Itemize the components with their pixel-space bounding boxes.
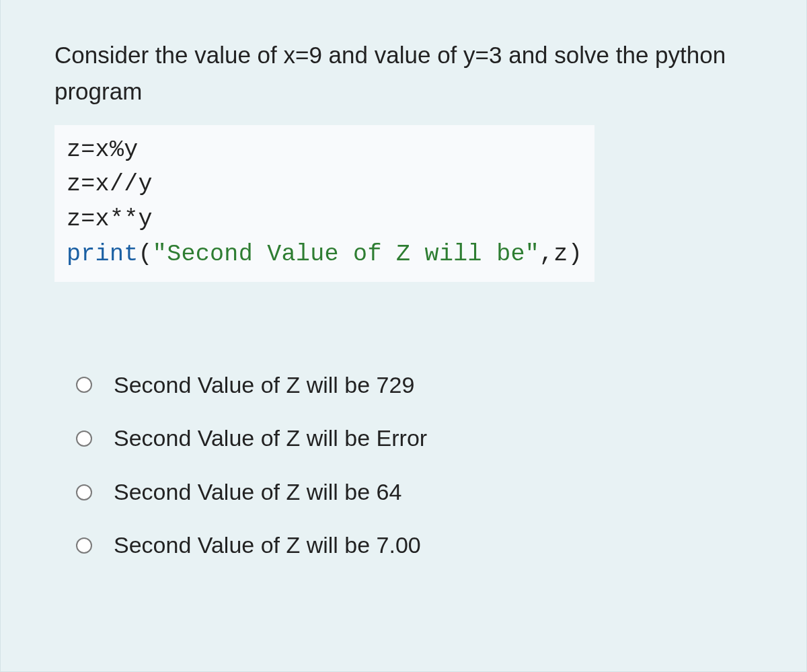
- question-prompt: Consider the value of x=9 and value of y…: [54, 37, 753, 110]
- code-rest: ,z): [539, 241, 582, 268]
- code-line-4: print("Second Value of Z will be",z): [67, 237, 582, 272]
- radio-icon[interactable]: [76, 484, 92, 500]
- option-label: Second Value of Z will be 729: [114, 369, 414, 402]
- option-0[interactable]: Second Value of Z will be 729: [76, 369, 753, 402]
- radio-icon[interactable]: [76, 537, 92, 554]
- code-line-3: z=x**y: [67, 202, 582, 237]
- code-string: "Second Value of Z will be": [153, 241, 539, 268]
- option-2[interactable]: Second Value of Z will be 64: [76, 476, 753, 509]
- option-label: Second Value of Z will be 7.00: [114, 529, 421, 562]
- option-label: Second Value of Z will be Error: [114, 422, 427, 455]
- code-line-2: z=x//y: [67, 167, 582, 202]
- code-keyword-print: print: [67, 241, 139, 268]
- code-line-1: z=x%y: [67, 133, 582, 168]
- radio-icon[interactable]: [76, 431, 92, 447]
- options-list: Second Value of Z will be 729 Second Val…: [54, 369, 753, 562]
- code-block: z=x%y z=x//y z=x**y print("Second Value …: [54, 125, 594, 282]
- code-paren-open: (: [139, 241, 153, 268]
- option-1[interactable]: Second Value of Z will be Error: [76, 422, 753, 455]
- radio-icon[interactable]: [76, 377, 92, 393]
- option-3[interactable]: Second Value of Z will be 7.00: [76, 529, 753, 562]
- option-label: Second Value of Z will be 64: [114, 476, 401, 509]
